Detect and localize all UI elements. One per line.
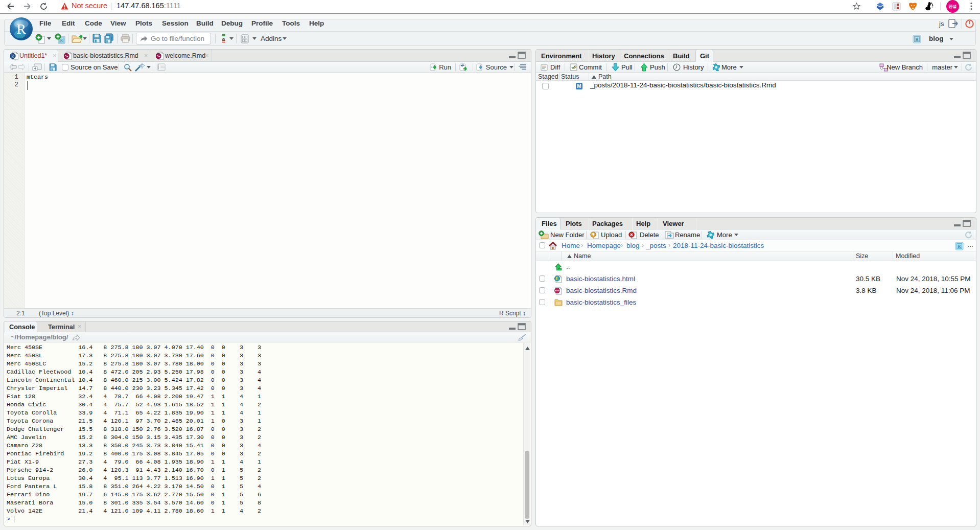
svg-text:R: R xyxy=(60,38,63,43)
svg-text:Rmd: Rmd xyxy=(556,290,559,292)
svg-text:G: G xyxy=(222,38,225,41)
svg-text:R: R xyxy=(915,37,918,42)
svg-text:R: R xyxy=(958,244,961,249)
svg-text:R: R xyxy=(11,54,14,59)
